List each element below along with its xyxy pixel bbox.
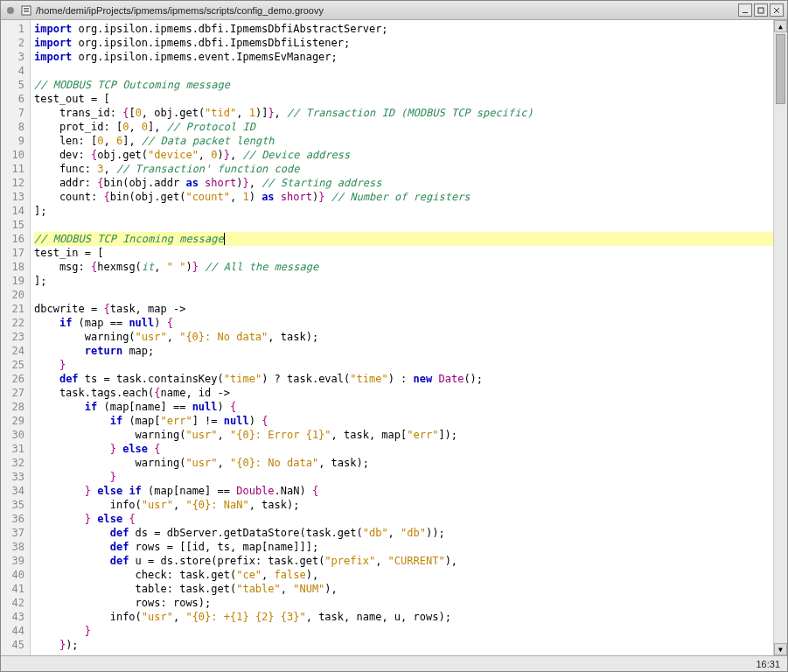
line-number: 13 [4, 190, 24, 204]
line-number: 35 [4, 498, 24, 512]
code-line[interactable]: func: 3, // Transaction' function code [34, 162, 773, 176]
line-number: 27 [4, 386, 24, 400]
line-number: 24 [4, 344, 24, 358]
code-line[interactable]: } [34, 470, 773, 484]
code-line[interactable]: if (map == null) { [34, 316, 773, 330]
line-number: 41 [4, 582, 24, 596]
code-line[interactable]: return map; [34, 344, 773, 358]
line-number: 5 [4, 78, 24, 92]
code-line[interactable]: prot_id: [0, 0], // Protocol ID [34, 120, 773, 134]
line-number: 16 [4, 232, 24, 246]
code-line[interactable]: test_in = [ [34, 246, 773, 260]
code-line[interactable]: import org.ipsilon.ipmems.event.IpmemsEv… [34, 50, 773, 64]
line-number: 14 [4, 204, 24, 218]
line-number: 42 [4, 596, 24, 610]
system-menu-icon[interactable] [4, 4, 17, 17]
code-line[interactable]: msg: {hexmsg(it, " ")} // All the messag… [34, 260, 773, 274]
code-line[interactable]: dbcwrite = {task, map -> [34, 302, 773, 316]
code-line[interactable]: trans_id: {[0, obj.get("tid", 1)]}, // T… [34, 106, 773, 120]
code-line[interactable]: // MODBUS TCP Incoming message [34, 232, 773, 246]
svg-rect-4 [24, 11, 29, 12]
code-line[interactable]: warning("usr", "{0}: No data", task); [34, 456, 773, 470]
line-number: 33 [4, 470, 24, 484]
line-number: 36 [4, 512, 24, 526]
code-line[interactable]: } else { [34, 442, 773, 456]
window-title: /home/demi/ipProjects/ipmems/ipmems/scri… [36, 5, 736, 16]
code-line[interactable]: if (map["err"] != null) { [34, 414, 773, 428]
app-icon [20, 4, 32, 17]
code-line[interactable]: // MODBUS TCP Outcoming message [34, 78, 773, 92]
code-line[interactable]: ]; [34, 274, 773, 288]
code-line[interactable]: } else { [34, 512, 773, 526]
vertical-scrollbar[interactable]: ▲ ▼ [773, 20, 787, 655]
scroll-down-arrow[interactable]: ▼ [774, 643, 787, 655]
line-number: 37 [4, 526, 24, 540]
line-gutter: 1234567891011121314151617181920212223242… [1, 20, 31, 655]
close-button[interactable] [770, 4, 784, 17]
line-number: 45 [4, 638, 24, 652]
line-number: 18 [4, 260, 24, 274]
code-line[interactable]: task.tags.each({name, id -> [34, 386, 773, 400]
line-number: 3 [4, 50, 24, 64]
code-line[interactable]: count: {bin(obj.get("count", 1) as short… [34, 190, 773, 204]
code-line[interactable]: dev: {obj.get("device", 0)}, // Device a… [34, 148, 773, 162]
code-line[interactable]: def ts = task.containsKey("time") ? task… [34, 372, 773, 386]
code-line[interactable] [34, 64, 773, 78]
code-content[interactable]: import org.ipsilon.ipmems.dbfi.IpmemsDbf… [31, 20, 773, 655]
line-number: 11 [4, 162, 24, 176]
line-number: 12 [4, 176, 24, 190]
code-line[interactable]: table: task.get("table", "NUM"), [34, 582, 773, 596]
code-line[interactable]: info("usr", "{0}: +{1} {2} {3}", task, n… [34, 610, 773, 624]
code-line[interactable] [34, 288, 773, 302]
code-line[interactable]: ]; [34, 204, 773, 218]
maximize-button[interactable] [754, 4, 768, 17]
code-line[interactable]: }); [34, 638, 773, 652]
line-number: 10 [4, 148, 24, 162]
minimize-button[interactable] [738, 4, 752, 17]
line-number: 15 [4, 218, 24, 232]
scrollbar-thumb[interactable] [776, 34, 785, 104]
code-line[interactable]: } [34, 358, 773, 372]
line-number: 32 [4, 456, 24, 470]
statusbar: 16:31 [1, 655, 787, 671]
code-line[interactable]: def rows = [[id, ts, map[name]]]; [34, 540, 773, 554]
line-number: 39 [4, 554, 24, 568]
editor-area: 1234567891011121314151617181920212223242… [1, 20, 787, 655]
code-line[interactable]: def u = ds.store(prefix: task.get("prefi… [34, 554, 773, 568]
line-number: 40 [4, 568, 24, 582]
code-line[interactable]: test_out = [ [34, 92, 773, 106]
code-line[interactable]: check: task.get("ce", false), [34, 568, 773, 582]
line-number: 23 [4, 330, 24, 344]
line-number: 19 [4, 274, 24, 288]
line-number: 6 [4, 92, 24, 106]
line-number: 30 [4, 428, 24, 442]
code-line[interactable]: len: [0, 6], // Data packet length [34, 134, 773, 148]
line-number: 4 [4, 64, 24, 78]
code-line[interactable]: } [34, 624, 773, 638]
titlebar[interactable]: /home/demi/ipProjects/ipmems/ipmems/scri… [1, 1, 787, 20]
code-line[interactable]: } else if (map[name] == Double.NaN) { [34, 484, 773, 498]
code-line[interactable]: rows: rows); [34, 596, 773, 610]
line-number: 17 [4, 246, 24, 260]
code-line[interactable]: import org.ipsilon.ipmems.dbfi.IpmemsDbf… [34, 22, 773, 36]
scroll-up-arrow[interactable]: ▲ [774, 20, 787, 32]
line-number: 9 [4, 134, 24, 148]
code-line[interactable] [34, 218, 773, 232]
svg-rect-3 [24, 10, 29, 10]
line-number: 34 [4, 484, 24, 498]
line-number: 1 [4, 22, 24, 36]
code-line[interactable]: info("usr", "{0}: NaN", task); [34, 498, 773, 512]
code-line[interactable]: if (map[name] == null) { [34, 400, 773, 414]
code-line[interactable]: warning("usr", "{0}: Error {1}", task, m… [34, 428, 773, 442]
line-number: 28 [4, 400, 24, 414]
line-number: 26 [4, 372, 24, 386]
svg-rect-5 [743, 12, 748, 13]
code-line[interactable]: import org.ipsilon.ipmems.dbfi.IpmemsDbf… [34, 36, 773, 50]
code-line[interactable]: warning("usr", "{0}: No data", task); [34, 330, 773, 344]
code-line[interactable]: def ds = dbServer.getDataStore(task.get(… [34, 526, 773, 540]
line-number: 31 [4, 442, 24, 456]
editor-window: /home/demi/ipProjects/ipmems/ipmems/scri… [0, 0, 788, 672]
line-number: 8 [4, 120, 24, 134]
code-line[interactable]: addr: {bin(obj.addr as short)}, // Start… [34, 176, 773, 190]
line-number: 22 [4, 316, 24, 330]
